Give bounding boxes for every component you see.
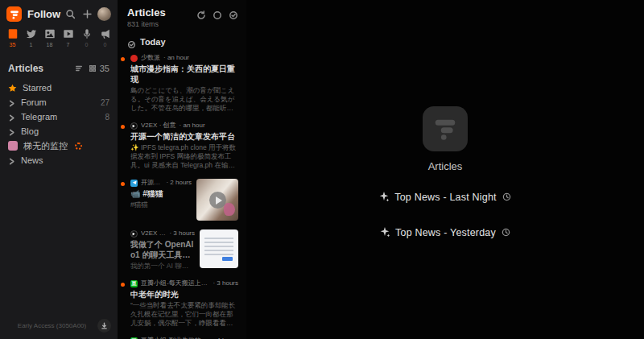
sidebar-item-blog[interactable]: Blog bbox=[0, 124, 118, 138]
feed-favicon-v2ex bbox=[130, 230, 138, 238]
sidebar-item-label: Starred bbox=[23, 83, 52, 93]
version-label: Early Access (3050A00) bbox=[6, 322, 97, 329]
sidebar-item-label: 梯无的监控 bbox=[23, 140, 68, 152]
feed-favicon-douban: 豆 bbox=[130, 280, 138, 287]
sidebar-header: Follow bbox=[0, 0, 118, 26]
sidebar-item-monitor-feed[interactable]: 梯无的监控 bbox=[0, 138, 118, 153]
article-title: 中老年的时光 bbox=[130, 289, 238, 300]
sidebar-item-starred[interactable]: Starred bbox=[0, 81, 118, 95]
article-title: 📹 #猫猫 bbox=[130, 188, 192, 199]
feed-favicon-telegram bbox=[130, 180, 138, 187]
list-item-count: 831 items bbox=[127, 20, 166, 28]
sidebar-item-label: Forum bbox=[21, 97, 47, 107]
app-title: Follow bbox=[27, 8, 60, 20]
article-item[interactable]: 豆 豆瓣小组-每天搬运上万种好帖围观一起吃瓜… 3 hours 中老年的时光 “… bbox=[118, 275, 246, 332]
article-item[interactable]: 豆 豆瓣小组-副业失败的一天 4 hours 🐳 开了一单，赚500 开心！这个… bbox=[118, 332, 246, 339]
search-icon[interactable] bbox=[64, 8, 76, 21]
user-avatar[interactable] bbox=[97, 7, 111, 21]
play-icon bbox=[209, 192, 226, 209]
sidebar-item-news[interactable]: News bbox=[0, 153, 118, 167]
view-toggle-icon[interactable] bbox=[89, 64, 97, 72]
article-source: V2EX · 创意 bbox=[141, 122, 176, 130]
article-item[interactable]: V2EX · 创意 3 hours 我做了个 OpenAI o1 的聊天工具站，… bbox=[118, 225, 246, 275]
article-excerpt: 我的第一个 AI 聊天站上… bbox=[130, 262, 195, 271]
article-source: 开源社区 · Telegram… bbox=[141, 179, 163, 187]
mark-all-read-icon[interactable] bbox=[229, 9, 238, 19]
video-thumbnail[interactable] bbox=[196, 179, 238, 221]
sparkle-icon bbox=[380, 225, 390, 240]
article-source: 豆瓣小组-每天搬运上万种好帖围观一起吃瓜… bbox=[141, 279, 209, 287]
article-excerpt: #猫猫 bbox=[130, 201, 192, 209]
sidebar-item-count: 8 bbox=[105, 113, 109, 122]
feed-placeholder-logo bbox=[423, 106, 468, 151]
unread-dot bbox=[121, 57, 125, 61]
article-source: V2EX · 创意 bbox=[141, 229, 166, 238]
clock-icon bbox=[502, 190, 511, 205]
sidebar-item-telegram[interactable]: Telegram 8 bbox=[0, 110, 118, 124]
sort-icon[interactable] bbox=[75, 64, 83, 72]
article-thumbnail bbox=[200, 229, 238, 268]
article-time: an hour bbox=[180, 122, 205, 130]
app-window: Follow 35 1 18 7 bbox=[0, 0, 644, 339]
sidebar-item-label: Blog bbox=[21, 126, 39, 136]
daily-report-yesterday[interactable]: Top News - Yesterday bbox=[380, 225, 510, 240]
sidebar-item-label: News bbox=[21, 155, 43, 165]
view-switcher: 35 1 18 7 0 0 bbox=[0, 26, 118, 53]
video-icon bbox=[63, 28, 74, 39]
chevron-right-icon bbox=[8, 99, 15, 106]
sidebar-item-count: 27 bbox=[101, 98, 109, 107]
article-item[interactable]: 少数派 an hour 城市漫步指南：关西的夏日重现 島のどこにでも、潮の音が聞… bbox=[118, 49, 246, 117]
chevron-right-icon bbox=[8, 157, 15, 164]
check-circle-icon bbox=[127, 38, 136, 47]
main-feed-title: Articles bbox=[428, 160, 463, 172]
sync-spinner-icon bbox=[75, 143, 82, 150]
star-icon bbox=[8, 84, 17, 93]
add-subscription-icon[interactable] bbox=[81, 8, 93, 21]
date-group-label: Today bbox=[140, 37, 166, 47]
article-title: 开源一个简洁的文章发布平台 bbox=[130, 131, 238, 142]
unread-dot bbox=[121, 125, 125, 129]
clock-icon bbox=[502, 225, 510, 240]
picture-icon bbox=[44, 28, 56, 39]
daily-report-label: Top News - Last Night bbox=[394, 192, 496, 203]
view-articles[interactable]: 35 bbox=[3, 28, 22, 48]
download-button[interactable] bbox=[97, 319, 111, 333]
microphone-icon bbox=[81, 28, 93, 39]
follow-glyph-icon bbox=[433, 118, 457, 140]
follow-logo bbox=[6, 6, 22, 22]
daily-report-last-night[interactable]: Top News - Last Night bbox=[379, 190, 510, 205]
megaphone-icon bbox=[100, 28, 111, 39]
article-time: 2 hours bbox=[166, 179, 192, 187]
sidebar-item-label: Telegram bbox=[21, 112, 57, 122]
twitter-icon bbox=[26, 28, 37, 39]
view-social-media[interactable]: 1 bbox=[22, 28, 40, 48]
view-audios[interactable]: 0 bbox=[77, 28, 96, 48]
unread-dot bbox=[121, 182, 125, 186]
view-notifications[interactable]: 0 bbox=[96, 28, 114, 48]
refresh-icon[interactable] bbox=[196, 9, 206, 19]
article-item[interactable]: V2EX · 创意 an hour 开源一个简洁的文章发布平台 ✨ IPFS t… bbox=[118, 117, 246, 174]
daily-report-label: Top News - Yesterday bbox=[395, 227, 496, 238]
sidebar-item-forum[interactable]: Forum 27 bbox=[0, 95, 118, 110]
view-social-count: 1 bbox=[30, 42, 33, 48]
main-content: Articles Top News - Last Night Top News … bbox=[246, 0, 644, 339]
sidebar: Follow 35 1 18 7 bbox=[0, 0, 118, 339]
article-title: 我做了个 OpenAI o1 的聊天工具站，给大家免费试用 bbox=[130, 239, 195, 260]
date-group-header[interactable]: Today bbox=[118, 28, 246, 49]
sidebar-section-title: Articles bbox=[8, 63, 75, 74]
view-pictures[interactable]: 18 bbox=[40, 28, 59, 48]
view-videos-count: 7 bbox=[67, 42, 70, 48]
view-videos[interactable]: 7 bbox=[59, 28, 77, 48]
unread-filter-icon[interactable] bbox=[213, 9, 222, 19]
article-time: 3 hours bbox=[169, 229, 195, 238]
view-pictures-count: 18 bbox=[47, 42, 53, 48]
feed-favicon-sspai bbox=[130, 55, 138, 62]
view-articles-count: 35 bbox=[10, 42, 16, 48]
sidebar-footer: Early Access (3050A00) bbox=[0, 313, 118, 339]
sidebar-section-header: Articles 35 bbox=[0, 53, 118, 81]
article-item[interactable]: 开源社区 · Telegram… 2 hours 📹 #猫猫 #猫猫 bbox=[118, 174, 246, 225]
list-title: Articles bbox=[127, 6, 166, 19]
article-excerpt: ✨ IPFS telegra.ph clone 用于将数据发布到 IPFS 网络… bbox=[130, 143, 238, 170]
article-source: 少数派 bbox=[141, 54, 160, 62]
article-excerpt: 島のどこにでも、潮の音が聞こえる。その音を追えば、会える気がした。不管在岛的哪里… bbox=[130, 86, 238, 113]
